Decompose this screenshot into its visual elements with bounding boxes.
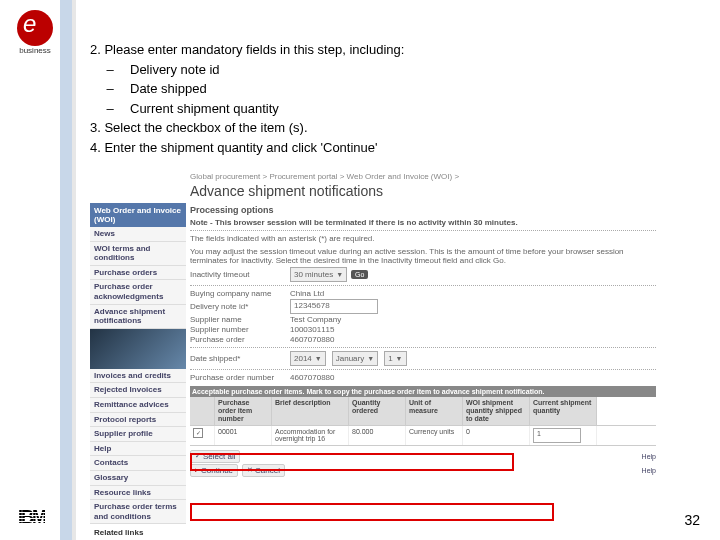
po-label: Purchase order — [190, 335, 290, 344]
month-select[interactable]: January▼ — [332, 351, 378, 366]
go-button[interactable]: Go — [351, 270, 368, 279]
supplier-num-value: 1000301115 — [290, 325, 335, 334]
row-checkbox[interactable]: ✓ — [193, 428, 203, 438]
sidebar-item[interactable]: Rejected Invoices — [90, 383, 186, 398]
current-qty-input[interactable]: 1 — [533, 428, 581, 443]
page-number: 32 — [684, 512, 700, 528]
sidebar-item[interactable]: Purchase order acknowledgments — [90, 280, 186, 304]
sidebar-item[interactable]: Remittance advices — [90, 398, 186, 413]
chevron-down-icon: ▼ — [396, 355, 403, 362]
chevron-down-icon: ▼ — [367, 355, 374, 362]
sidebar-item[interactable]: Invoices and credits — [90, 369, 186, 384]
session-note: Note - This browser session will be term… — [190, 218, 656, 227]
sidebar-item[interactable]: WOI terms and conditions — [90, 242, 186, 266]
sidebar: Web Order and Invoice (WOI) News WOI ter… — [90, 203, 186, 540]
sidebar-item[interactable]: Help — [90, 442, 186, 457]
related-links-header: Related links — [90, 524, 186, 538]
chevron-down-icon: ▼ — [336, 271, 343, 278]
supplier-num-label: Supplier number — [190, 325, 290, 334]
po-num-value: 4607070880 — [290, 373, 335, 382]
sidebar-item[interactable]: News — [90, 227, 186, 242]
buying-label: Buying company name — [190, 289, 290, 298]
app-screenshot: Global procurement > Procurement portal … — [90, 170, 660, 500]
help-link[interactable]: Help — [642, 453, 656, 460]
table-row: ✓ 00001 Accommodation for overnight trip… — [190, 426, 656, 446]
delivery-input[interactable]: 12345678 — [290, 299, 378, 314]
delivery-label: Delivery note id* — [190, 302, 290, 311]
sidebar-item[interactable]: Advance shipment notifications — [90, 305, 186, 329]
po-num-label: Purchase order number — [190, 373, 290, 382]
main-panel: Processing options Note - This browser s… — [186, 203, 660, 540]
table-caption: Acceptable purchase order items. Mark to… — [190, 386, 656, 398]
sidebar-header: Web Order and Invoice (WOI) — [90, 203, 186, 227]
year-select[interactable]: 2014▼ — [290, 351, 326, 366]
sidebar-item[interactable]: Purchase orders — [90, 266, 186, 281]
help-link[interactable]: Help — [642, 467, 656, 474]
supplier-name-label: Supplier name — [190, 315, 290, 324]
table-head-row: Purchase order item number Brief descrip… — [190, 397, 656, 425]
sidebar-item[interactable]: Purchase order terms and conditions — [90, 500, 186, 524]
sidebar-item[interactable]: Glossary — [90, 471, 186, 486]
sidebar-image — [90, 329, 186, 369]
sidebar-item[interactable]: Supplier profile — [90, 427, 186, 442]
date-label: Date shipped* — [190, 354, 290, 363]
ebusiness-logo: e business — [10, 10, 60, 55]
day-select[interactable]: 1▼ — [384, 351, 406, 366]
instruction-block: 2. Please enter mandatory fields in this… — [90, 40, 404, 157]
buying-value: China Ltd — [290, 289, 324, 298]
chevron-down-icon: ▼ — [315, 355, 322, 362]
breadcrumb: Global procurement > Procurement portal … — [90, 170, 660, 183]
sidebar-item[interactable]: Resource links — [90, 486, 186, 501]
sidebar-item[interactable]: Protocol reports — [90, 413, 186, 428]
sidebar-item[interactable]: Contacts — [90, 456, 186, 471]
ibm-logo: IBM — [18, 507, 45, 528]
inactivity-select[interactable]: 30 minutes▼ — [290, 267, 347, 282]
decor-strip — [60, 0, 72, 540]
po-value: 4607070880 — [290, 335, 335, 344]
inactivity-label: Inactivity timeout — [190, 270, 290, 279]
decor-strip2 — [72, 0, 76, 540]
timeout-text: You may adjust the session timeout value… — [190, 247, 656, 266]
required-text: The fields indicated with an asterisk (*… — [190, 234, 656, 244]
highlight-date — [190, 503, 554, 521]
supplier-name-value: Test Company — [290, 315, 341, 324]
subtitle: Processing options — [190, 205, 656, 215]
highlight-delivery — [190, 453, 514, 471]
page-title: Advance shipment notifications — [90, 183, 660, 203]
